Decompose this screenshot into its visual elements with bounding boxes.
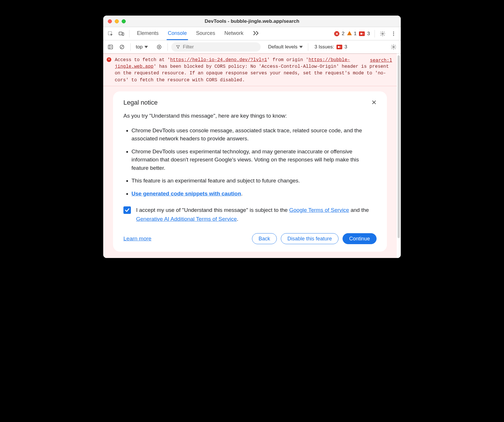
svg-point-15: [393, 46, 394, 48]
list-item: Chrome DevTools uses console message, as…: [131, 127, 377, 143]
separator: [129, 30, 129, 37]
separator: [308, 43, 308, 51]
window-title: DevTools - bubble-jingle.web.app/search: [103, 18, 401, 24]
minimize-window-button[interactable]: [115, 19, 119, 23]
context-label: top: [136, 44, 143, 50]
list-item: Use generated code snippets with caution…: [131, 190, 377, 198]
issues-count: 3: [345, 44, 347, 50]
list-item: Chrome DevTools uses experimental techno…: [131, 148, 377, 172]
learn-more-link[interactable]: Learn more: [123, 236, 151, 242]
accept-checkbox[interactable]: [123, 206, 131, 214]
blocked-count: 3: [367, 31, 370, 36]
clear-console-icon[interactable]: [117, 42, 127, 52]
log-levels-selector[interactable]: Default levels: [266, 42, 304, 52]
check-icon: [125, 208, 130, 213]
svg-point-7: [393, 35, 394, 36]
error-url-1[interactable]: https://hello-io-24.deno.dev/?lvl=1: [170, 57, 267, 63]
card-title: Legal notice: [123, 99, 158, 106]
svg-rect-2: [122, 33, 124, 35]
card-bullet-list: Chrome DevTools uses console message, as…: [124, 127, 377, 198]
console-error-message[interactable]: ✕ search:1 Access to fetch at 'https://h…: [103, 54, 397, 86]
blocked-icon: [359, 31, 365, 36]
back-button[interactable]: Back: [252, 233, 277, 244]
console-body: ✕ search:1 Access to fetch at 'https://h…: [103, 54, 401, 258]
legal-notice-card: Legal notice ✕ As you try "Understand th…: [113, 91, 387, 252]
live-expression-icon[interactable]: [154, 42, 164, 52]
separator: [130, 43, 131, 51]
errors-count: 2: [342, 31, 344, 36]
accept-text: I accept my use of "Understand this mess…: [134, 206, 377, 223]
google-tos-link[interactable]: Google Terms of Service: [289, 207, 349, 213]
traffic-lights: [108, 19, 126, 23]
svg-point-6: [393, 33, 394, 34]
warnings-indicator[interactable]: 1: [347, 31, 357, 37]
code-caution-link[interactable]: Use generated code snippets with caution: [131, 191, 241, 197]
genai-tos-link[interactable]: Generative AI Additional Terms of Servic…: [136, 216, 237, 222]
execution-context-selector[interactable]: top: [134, 42, 150, 52]
main-toolbar: Elements Console Sources Network ✕ 2 1: [103, 27, 401, 40]
svg-rect-14: [338, 46, 340, 48]
svg-point-13: [158, 46, 160, 48]
filter-text-input[interactable]: [182, 44, 256, 50]
tab-console[interactable]: Console: [167, 27, 188, 40]
chevron-down-icon: [299, 46, 303, 48]
error-icon: ✕: [107, 57, 111, 62]
card-buttons: Back Disable this feature Continue: [252, 233, 377, 244]
filter-input[interactable]: [171, 42, 261, 52]
chevron-down-icon: [144, 46, 148, 48]
tab-overflow[interactable]: [251, 27, 261, 40]
card-lead-text: As you try "Understand this message", he…: [123, 113, 377, 119]
close-window-button[interactable]: [108, 19, 112, 23]
list-item: This feature is an experimental feature …: [131, 177, 377, 185]
error-source-link[interactable]: search:1: [370, 57, 392, 63]
separator: [168, 43, 168, 51]
fullscreen-window-button[interactable]: [122, 19, 126, 23]
svg-point-5: [393, 31, 394, 32]
console-toolbar: top Default levels 3 Issues: 3: [103, 40, 401, 54]
levels-label: Default levels: [268, 44, 298, 50]
console-sidebar-toggle-icon[interactable]: [106, 42, 115, 52]
disable-feature-button[interactable]: Disable this feature: [281, 233, 338, 244]
panel-tabs: Elements Console Sources Network: [136, 27, 261, 40]
device-toolbar-icon[interactable]: [116, 29, 126, 39]
status-indicators[interactable]: ✕ 2 1 3: [334, 31, 370, 37]
separator: [375, 30, 375, 37]
issues-label: 3 Issues:: [315, 44, 334, 50]
issues-icon: [336, 45, 342, 49]
devtools-window: DevTools - bubble-jingle.web.app/search …: [103, 16, 401, 258]
inspect-element-icon[interactable]: [106, 29, 115, 39]
svg-point-4: [382, 33, 383, 34]
close-icon[interactable]: ✕: [371, 99, 377, 106]
accept-row: I accept my use of "Understand this mess…: [123, 206, 377, 223]
continue-button[interactable]: Continue: [343, 233, 377, 244]
tab-elements[interactable]: Elements: [136, 27, 160, 40]
tab-sources[interactable]: Sources: [195, 27, 216, 40]
svg-rect-3: [360, 33, 362, 35]
filter-icon: [176, 45, 180, 49]
blocked-indicator[interactable]: 3: [359, 31, 370, 37]
error-text-part: ' from origin ': [267, 57, 309, 63]
svg-rect-1: [119, 32, 122, 35]
scrollbar[interactable]: [397, 54, 401, 241]
svg-line-11: [121, 46, 123, 48]
tab-network[interactable]: Network: [223, 27, 245, 40]
issues-button[interactable]: 3 Issues: 3: [315, 44, 347, 50]
warnings-count: 1: [354, 31, 356, 36]
settings-gear-icon[interactable]: [378, 29, 388, 39]
error-text-part: Access to fetch at ': [115, 57, 170, 63]
error-text-part: ' has been blocked by CORS policy: No 'A…: [115, 64, 389, 82]
titlebar: DevTools - bubble-jingle.web.app/search: [103, 16, 401, 27]
console-settings-gear-icon[interactable]: [389, 42, 398, 52]
kebab-menu-icon[interactable]: [389, 29, 398, 39]
error-icon: ✕: [334, 31, 339, 36]
errors-indicator[interactable]: ✕ 2: [334, 31, 344, 37]
